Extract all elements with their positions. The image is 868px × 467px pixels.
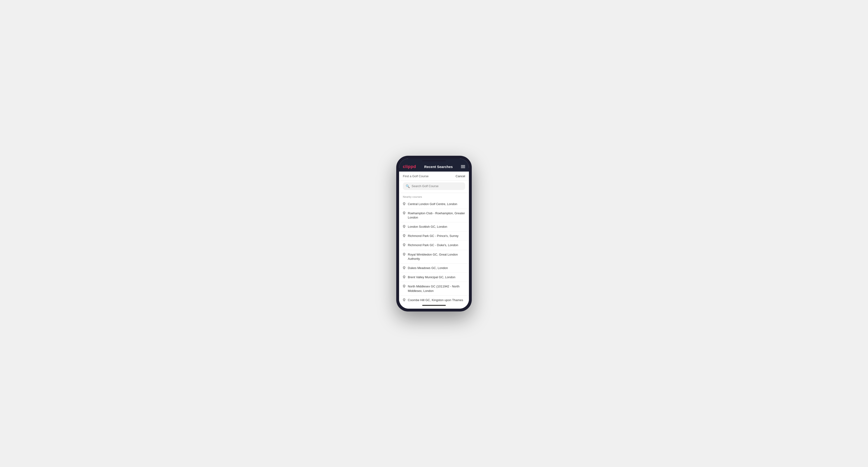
- location-pin-icon: [403, 298, 405, 302]
- cancel-button[interactable]: Cancel: [456, 175, 465, 178]
- course-name: Roehampton Club - Roehampton, Greater Lo…: [408, 211, 465, 220]
- course-list-item[interactable]: Roehampton Club - Roehampton, Greater Lo…: [399, 209, 469, 222]
- course-name: Richmond Park GC - Prince's, Surrey: [408, 234, 459, 238]
- location-pin-icon: [403, 212, 405, 215]
- course-name: Coombe Hill GC, Kingston upon Thames: [408, 298, 463, 302]
- nearby-section-label: Nearby courses: [399, 193, 469, 199]
- nearby-section: Nearby courses Central London Golf Centr…: [399, 193, 469, 302]
- search-icon: 🔍: [406, 184, 410, 188]
- location-pin-icon: [403, 234, 405, 238]
- courses-list: Central London Golf Centre, London Roeha…: [399, 199, 469, 302]
- course-list-item[interactable]: Royal Wimbledon GC, Great London Authori…: [399, 250, 469, 263]
- course-name: Central London Golf Centre, London: [408, 202, 457, 206]
- course-name: Dukes Meadows GC, London: [408, 266, 448, 270]
- app-logo: clippd: [403, 164, 416, 169]
- find-bar: Find a Golf Course Cancel: [399, 172, 469, 181]
- course-list-item[interactable]: Coombe Hill GC, Kingston upon Thames: [399, 296, 469, 302]
- location-pin-icon: [403, 243, 405, 247]
- location-pin-icon: [403, 285, 405, 289]
- search-input-row[interactable]: 🔍: [403, 182, 465, 190]
- course-list-item[interactable]: Central London Golf Centre, London: [399, 199, 469, 209]
- course-name: North Middlesex GC (1011942 - North Midd…: [408, 284, 465, 293]
- course-list-item[interactable]: Richmond Park GC - Prince's, Surrey: [399, 231, 469, 241]
- course-name: Royal Wimbledon GC, Great London Authori…: [408, 252, 465, 261]
- menu-icon[interactable]: [461, 165, 465, 168]
- location-pin-icon: [403, 202, 405, 206]
- course-list-item[interactable]: London Scottish GC, London: [399, 222, 469, 231]
- phone-screen: clippd Recent Searches Find a Golf Cours…: [399, 159, 469, 309]
- phone-notch: [422, 160, 446, 161]
- course-list-item[interactable]: Brent Valley Municipal GC, London: [399, 273, 469, 282]
- phone-frame: clippd Recent Searches Find a Golf Cours…: [396, 156, 472, 311]
- search-bar-wrap: 🔍: [399, 181, 469, 193]
- home-bar: [422, 305, 446, 306]
- home-indicator: [399, 302, 469, 309]
- location-pin-icon: [403, 253, 405, 257]
- nav-bar: clippd Recent Searches: [399, 162, 469, 172]
- location-pin-icon: [403, 225, 405, 229]
- location-pin-icon: [403, 266, 405, 270]
- course-list-item[interactable]: Dukes Meadows GC, London: [399, 263, 469, 273]
- main-content: Find a Golf Course Cancel 🔍 Nearby cours…: [399, 172, 469, 302]
- course-name: London Scottish GC, London: [408, 225, 447, 229]
- course-list-item[interactable]: North Middlesex GC (1011942 - North Midd…: [399, 282, 469, 295]
- course-name: Richmond Park GC - Duke's, London: [408, 243, 458, 247]
- search-input[interactable]: [411, 184, 462, 188]
- find-label: Find a Golf Course: [403, 175, 429, 178]
- course-name: Brent Valley Municipal GC, London: [408, 275, 455, 279]
- nav-title: Recent Searches: [424, 165, 453, 169]
- course-list-item[interactable]: Richmond Park GC - Duke's, London: [399, 241, 469, 250]
- location-pin-icon: [403, 275, 405, 279]
